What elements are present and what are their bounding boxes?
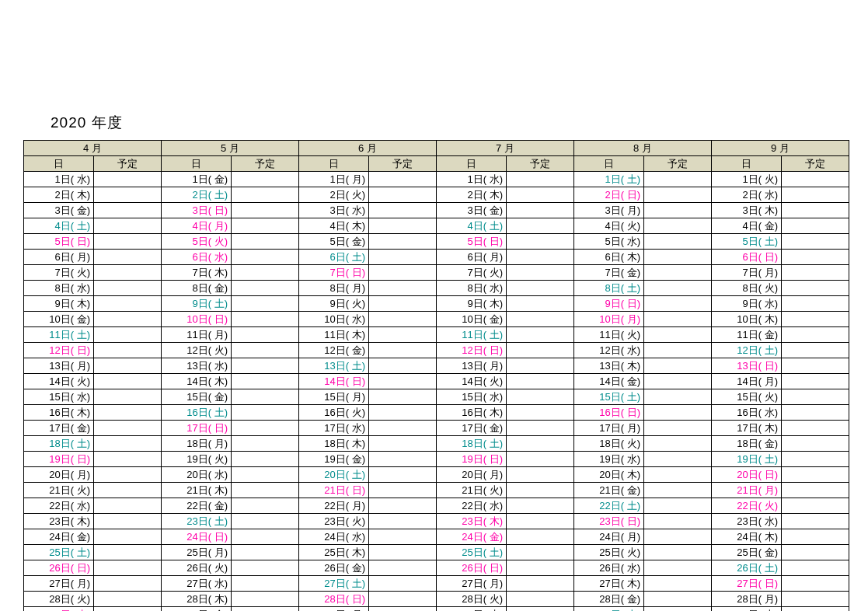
plan-cell (369, 483, 437, 498)
day-cell: 1日( 水) (24, 172, 94, 187)
plan-column-header: 予定 (232, 156, 299, 172)
plan-cell (507, 529, 574, 545)
table-row: 23日( 木)23日( 土)23日( 火)23日( 木)23日( 日)23日( … (24, 514, 849, 529)
day-cell: 14日( 木) (162, 374, 232, 389)
plan-cell (644, 545, 712, 560)
day-cell: 9日( 木) (437, 296, 507, 312)
day-cell: 24日( 日) (162, 529, 232, 545)
plan-cell (232, 358, 299, 374)
table-row: 26日( 日)26日( 火)26日( 金)26日( 日)26日( 水)26日( … (24, 560, 849, 576)
plan-cell (507, 203, 574, 218)
plan-cell (644, 529, 712, 545)
plan-cell (782, 467, 849, 483)
plan-cell (94, 234, 162, 250)
day-cell: 12日( 日) (24, 343, 94, 358)
plan-cell (369, 467, 437, 483)
day-column-header: 日 (162, 156, 232, 172)
plan-cell (782, 203, 849, 218)
day-cell: 20日( 土) (299, 467, 369, 483)
plan-cell (369, 343, 437, 358)
plan-cell (232, 265, 299, 281)
plan-cell (782, 250, 849, 265)
day-cell: 10日( 金) (437, 312, 507, 327)
plan-cell (507, 498, 574, 514)
day-cell: 17日( 木) (712, 421, 782, 436)
day-cell: 16日( 日) (574, 405, 644, 421)
plan-cell (232, 296, 299, 312)
day-cell: 15日( 水) (437, 389, 507, 405)
plan-cell (369, 545, 437, 560)
plan-cell (94, 498, 162, 514)
day-cell: 10日( 水) (299, 312, 369, 327)
day-cell: 2日( 日) (574, 187, 644, 203)
plan-cell (507, 172, 574, 187)
plan-cell (369, 405, 437, 421)
plan-cell (507, 358, 574, 374)
day-cell: 27日( 月) (437, 576, 507, 592)
day-cell: 19日( 日) (437, 452, 507, 467)
day-cell: 6日( 月) (24, 250, 94, 265)
day-cell: 12日( 日) (437, 343, 507, 358)
plan-cell (644, 203, 712, 218)
plan-cell (782, 343, 849, 358)
plan-cell (507, 405, 574, 421)
plan-cell (369, 203, 437, 218)
table-row: 3日( 金)3日( 日)3日( 水)3日( 金)3日( 月)3日( 木) (24, 203, 849, 218)
plan-cell (782, 529, 849, 545)
day-cell: 22日( 火) (712, 498, 782, 514)
plan-cell (782, 265, 849, 281)
table-row: 8日( 水)8日( 金)8日( 月)8日( 水)8日( 土)8日( 火) (24, 281, 849, 296)
plan-cell (232, 172, 299, 187)
day-cell: 25日( 金) (712, 545, 782, 560)
day-cell: 2日( 土) (162, 187, 232, 203)
plan-cell (94, 514, 162, 529)
day-cell: 10日( 金) (24, 312, 94, 327)
day-column-header: 日 (299, 156, 369, 172)
plan-cell (644, 327, 712, 343)
plan-cell (644, 250, 712, 265)
day-cell: 12日( 土) (712, 343, 782, 358)
plan-cell (782, 436, 849, 452)
plan-cell (232, 452, 299, 467)
day-cell: 19日( 日) (24, 452, 94, 467)
day-cell: 3日( 金) (24, 203, 94, 218)
plan-cell (232, 281, 299, 296)
plan-cell (232, 592, 299, 607)
day-cell: 9日( 木) (24, 296, 94, 312)
plan-cell (232, 467, 299, 483)
page-title: 2020 年度 (51, 113, 123, 133)
day-cell: 9日( 水) (712, 296, 782, 312)
plan-cell (644, 560, 712, 576)
plan-cell (782, 358, 849, 374)
day-cell: 5日( 日) (437, 234, 507, 250)
plan-cell (369, 374, 437, 389)
day-cell: 4日( 木) (299, 218, 369, 234)
plan-cell (644, 436, 712, 452)
plan-cell (94, 187, 162, 203)
day-cell: 16日( 火) (299, 405, 369, 421)
plan-cell (94, 560, 162, 576)
day-cell: 10日( 月) (574, 312, 644, 327)
day-cell: 23日( 土) (162, 514, 232, 529)
day-cell: 22日( 土) (574, 498, 644, 514)
day-cell: 5日( 水) (574, 234, 644, 250)
plan-cell (644, 498, 712, 514)
day-cell: 2日( 水) (712, 187, 782, 203)
day-cell: 18日( 金) (712, 436, 782, 452)
day-cell: 24日( 金) (437, 529, 507, 545)
day-cell: 17日( 水) (299, 421, 369, 436)
plan-cell (369, 172, 437, 187)
plan-cell (507, 514, 574, 529)
table-row: 15日( 水)15日( 金)15日( 月)15日( 水)15日( 土)15日( … (24, 389, 849, 405)
day-cell: 17日( 金) (24, 421, 94, 436)
plan-cell (232, 405, 299, 421)
day-cell: 29日( 火) (712, 607, 782, 612)
day-cell: 16日( 木) (24, 405, 94, 421)
day-cell: 24日( 月) (574, 529, 644, 545)
plan-cell (94, 374, 162, 389)
plan-cell (369, 436, 437, 452)
table-row: 1日( 水)1日( 金)1日( 月)1日( 水)1日( 土)1日( 火) (24, 172, 849, 187)
table-row: 18日( 土)18日( 月)18日( 木)18日( 土)18日( 火)18日( … (24, 436, 849, 452)
table-row: 7日( 火)7日( 木)7日( 日)7日( 火)7日( 金)7日( 月) (24, 265, 849, 281)
day-cell: 19日( 水) (574, 452, 644, 467)
